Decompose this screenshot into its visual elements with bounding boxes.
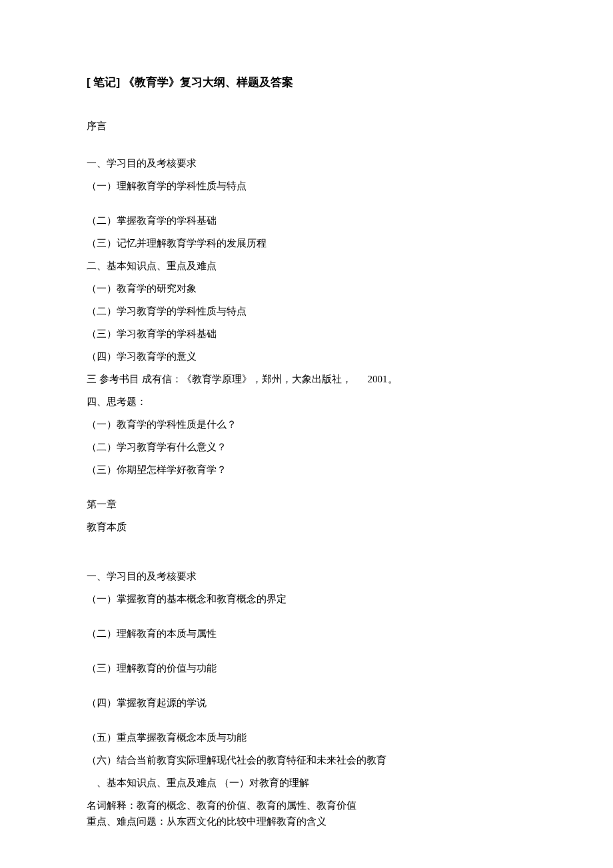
chapter1-heading: 第一章 (87, 496, 526, 512)
preface-section2-heading: 二、基本知识点、重点及难点 (87, 258, 526, 274)
reference-year: 2001。 (368, 374, 398, 384)
preface-section4-heading: 四、思考题： (87, 394, 526, 410)
preface-section1-item: （三）记忆并理解教育学学科的发展历程 (87, 235, 526, 251)
document-title: [ 笔记] 《教育学》复习大纲、样题及答案 (87, 73, 526, 91)
chapter1-section1-item: （四）掌握教育起源的学说 (87, 695, 526, 711)
preface-section1-item: （一）理解教育学的学科性质与特点 (87, 178, 526, 194)
reference-text: 三 参考书目 成有信：《教育学原理》，郑州，大象出版社， (87, 374, 352, 384)
preface-section4-item: （三）你期望怎样学好教育学？ (87, 462, 526, 478)
preface-section2-item: （三）学习教育学的学科基础 (87, 326, 526, 342)
chapter1-tail-line: 重点、难点问题：从东西文化的比较中理解教育的含义 (87, 813, 526, 829)
chapter1-section1-item: （二）理解教育的本质与属性 (87, 626, 526, 642)
preface-heading: 序言 (87, 118, 526, 134)
chapter1-tail-line: 、基本知识点、重点及难点 （一）对教育的理解 (87, 775, 526, 791)
preface-section4-item: （一）教育学的学科性质是什么？ (87, 416, 526, 432)
chapter1-subheading: 教育本质 (87, 519, 526, 535)
chapter1-section1-item: （五）重点掌握教育概念本质与功能 (87, 729, 526, 745)
chapter1-section1-item: （一）掌握教育的基本概念和教育概念的界定 (87, 591, 526, 607)
preface-section2-item: （二）学习教育学的学科性质与特点 (87, 303, 526, 319)
preface-section1-item: （二）掌握教育学的学科基础 (87, 213, 526, 228)
chapter1-section1-item: （六）结合当前教育实际理解现代社会的教育特征和未来社会的教育 (87, 752, 526, 768)
chapter1-tail-line: 名词解释：教育的概念、教育的价值、教育的属性、教育价值 (87, 797, 526, 813)
preface-section1-heading: 一、学习目的及考核要求 (87, 155, 526, 171)
preface-section2-item: （一）教育学的研究对象 (87, 280, 526, 296)
preface-section2-item: （四）学习教育学的意义 (87, 348, 526, 364)
preface-section3-reference: 三 参考书目 成有信：《教育学原理》，郑州，大象出版社，2001。 (87, 371, 526, 387)
preface-section4-item: （二）学习教育学有什么意义？ (87, 439, 526, 455)
chapter1-section1-heading: 一、学习目的及考核要求 (87, 568, 526, 584)
chapter1-section1-item: （三）理解教育的价值与功能 (87, 660, 526, 676)
